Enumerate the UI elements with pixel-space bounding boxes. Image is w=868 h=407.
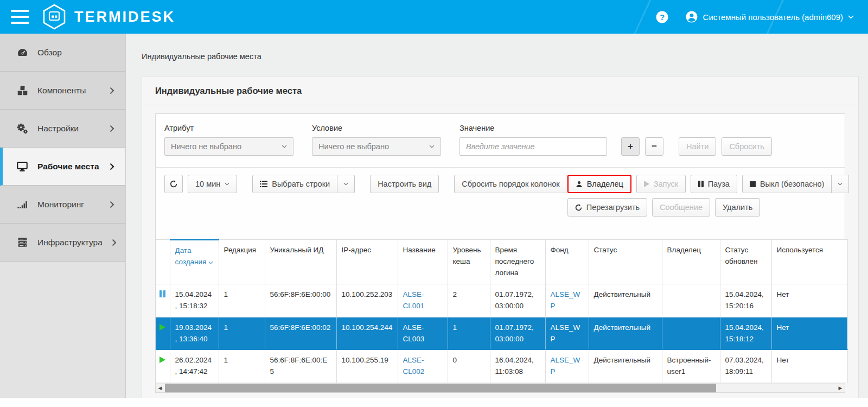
value-label: Значение (459, 124, 607, 132)
column-created[interactable]: Дата создания (170, 240, 219, 284)
column-uid[interactable]: Уникальный ИД (265, 240, 336, 284)
sidebar-item-label: Мониторинг (37, 200, 84, 209)
table-row[interactable]: 26.02.2024, 14:47:42 1 56:6F:8F:6E:00:E5… (156, 350, 847, 383)
horizontal-scrollbar[interactable]: ◀ ▶ (156, 383, 845, 392)
column-state (156, 240, 170, 284)
app-root: TERMIDESK ? Системный пользователь (admi… (0, 0, 868, 398)
message-button[interactable]: Сообщение (652, 198, 710, 217)
attribute-label: Атрибут (164, 124, 293, 132)
sidebar-item-components[interactable]: Компоненты (0, 72, 125, 110)
column-name[interactable]: Название (398, 240, 448, 284)
running-state-icon (159, 357, 165, 363)
workplace-link[interactable]: ALSE-CL001 (403, 290, 425, 310)
menu-toggle-icon[interactable] (11, 10, 29, 24)
reset-column-order-button[interactable]: Сбросить порядок колонок (454, 175, 567, 193)
components-icon (16, 85, 28, 96)
filter-and-table-box: Атрибут Ничего не выбрано Условие Ничего… (155, 113, 845, 393)
reset-button[interactable]: Сбросить (722, 137, 771, 156)
pause-button[interactable]: Пауза (691, 175, 737, 193)
chevron-right-icon (110, 125, 114, 132)
sidebar-item-workplaces[interactable]: Рабочие места (0, 148, 125, 186)
table-toolbar: 10 мин Выбрать строки (156, 167, 845, 223)
list-icon (260, 181, 267, 187)
sidebar-item-settings[interactable]: Настройки (0, 110, 125, 148)
scroll-left-icon[interactable]: ◀ (156, 384, 164, 392)
column-owner[interactable]: Владелец (662, 240, 720, 284)
scroll-right-icon[interactable]: ▶ (836, 384, 845, 392)
chevron-down-icon (225, 182, 229, 186)
table-header-row: Дата создания Редакция Уникальный ИД IP-… (156, 240, 847, 284)
owner-button[interactable]: Владелец (567, 175, 631, 193)
chevron-right-icon (110, 163, 114, 170)
settings-icon (16, 123, 28, 135)
refresh-icon (575, 204, 582, 211)
sidebar-item-overview[interactable]: Обзор (0, 34, 125, 72)
configure-view-button[interactable]: Настроить вид (370, 175, 439, 193)
chevron-right-icon (110, 201, 114, 208)
workplaces-icon (16, 161, 28, 172)
scrollbar-thumb[interactable] (165, 384, 716, 392)
chevron-down-icon (848, 15, 854, 19)
condition-select[interactable]: Ничего не выбрано (312, 137, 441, 156)
refresh-button[interactable] (164, 175, 183, 193)
column-revision[interactable]: Редакция (219, 240, 265, 284)
remove-filter-button[interactable]: − (645, 137, 663, 156)
power-off-dropdown-button[interactable] (832, 175, 849, 193)
sidebar-item-label: Рабочие места (37, 162, 99, 171)
start-button[interactable]: Запуск (636, 175, 686, 193)
user-name: Системный пользователь (admin609) (703, 12, 843, 22)
sidebar-item-monitoring[interactable]: Мониторинг (0, 186, 125, 224)
filter-bar: Атрибут Ничего не выбрано Условие Ничего… (156, 114, 845, 167)
top-header: TERMIDESK ? Системный пользователь (admi… (0, 0, 868, 34)
add-filter-button[interactable]: + (621, 137, 640, 156)
column-status-updated[interactable]: Статус обновлен (720, 240, 771, 284)
sidebar-item-label: Настройки (37, 124, 79, 133)
workplaces-panel: Индивидуальные рабочие места Атрибут Нич… (142, 76, 859, 398)
attribute-select[interactable]: Ничего не выбрано (164, 137, 293, 156)
delete-button[interactable]: Удалить (715, 198, 760, 217)
column-cache[interactable]: Уровень кеша (448, 240, 490, 284)
table-row-selected[interactable]: 19.03.2024, 13:36:40 1 56:6F:8F:6E:00:02… (156, 317, 847, 350)
column-pool[interactable]: Фонд (545, 240, 589, 284)
select-rows-dropdown-button[interactable] (337, 175, 355, 193)
breadcrumb: Индивидуальные рабочие места (126, 34, 868, 61)
select-rows-button[interactable]: Выбрать строки (252, 175, 337, 193)
pool-link[interactable]: ALSE_WP (551, 290, 580, 310)
infrastructure-icon (16, 237, 28, 248)
play-icon (644, 181, 649, 187)
workplace-link[interactable]: ALSE-CL002 (403, 356, 425, 376)
chevron-down-icon (343, 182, 348, 186)
refresh-interval-select[interactable]: 10 мин (188, 175, 237, 193)
pool-link[interactable]: ALSE_WP (551, 323, 580, 343)
running-state-icon (159, 324, 165, 330)
termidesk-logo-icon (42, 4, 66, 30)
column-status[interactable]: Статус (589, 240, 662, 284)
workplace-link[interactable]: ALSE-CL003 (403, 323, 425, 343)
help-icon[interactable]: ? (655, 10, 669, 24)
owner-person-icon (576, 181, 583, 188)
power-off-button[interactable]: Выкл (безопасно) (742, 175, 832, 193)
sidebar-item-label: Обзор (37, 48, 62, 58)
user-menu[interactable]: Системный пользователь (admin609) (685, 10, 854, 23)
sidebar-item-infrastructure[interactable]: Инфраструктура (0, 224, 125, 262)
stop-icon (750, 181, 756, 187)
svg-text:?: ? (659, 12, 664, 21)
sidebar-item-label: Компоненты (37, 86, 86, 96)
reboot-button[interactable]: Перезагрузить (567, 198, 647, 217)
value-input[interactable] (459, 137, 607, 156)
paused-state-icon (159, 290, 165, 297)
refresh-icon (170, 180, 177, 188)
brand[interactable]: TERMIDESK (42, 4, 175, 30)
chevron-down-icon (429, 145, 435, 148)
column-last-login[interactable]: Время последнего логина (490, 240, 545, 284)
table-row[interactable]: 15.04.2024, 15:18:32 1 56:6F:8F:6E:00:00… (156, 284, 847, 317)
pool-link[interactable]: ALSE_WP (551, 356, 580, 376)
column-in-use[interactable]: Используется (771, 240, 847, 284)
chevron-right-icon (110, 87, 114, 94)
brand-title: TERMIDESK (74, 9, 175, 26)
chevron-down-icon (282, 145, 287, 148)
column-ip[interactable]: IP-адрес (336, 240, 398, 284)
pagination-bar: 15 на стр. 1-3 из 3 « ‹ из 1 › » (155, 393, 845, 398)
monitoring-icon (16, 199, 28, 210)
find-button[interactable]: Найти (679, 137, 716, 156)
